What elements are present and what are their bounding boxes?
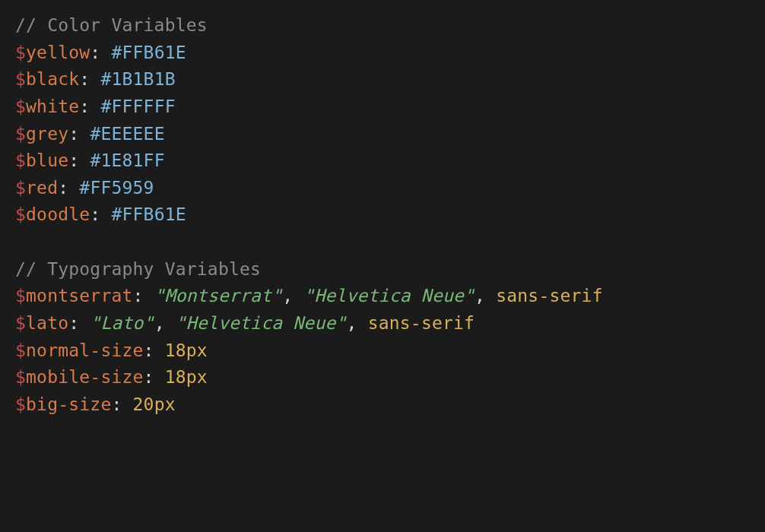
colon: : [79,69,100,89]
dollar-sign: $ [15,204,26,224]
pixel-value: 18px [165,367,208,387]
comma: , [282,286,303,306]
colon: : [68,124,90,144]
comma: , [347,313,368,333]
colon: : [58,178,79,198]
code-line: // Color Variables [15,12,750,40]
hex-color-value: #EEEEEE [90,124,164,144]
dollar-sign: $ [15,367,26,387]
colon: : [144,340,165,360]
variable-name: doodle [26,204,90,224]
code-line: $grey: #EEEEEE [15,121,750,148]
dollar-sign: $ [15,340,26,360]
font-string: "Montserrat" [154,286,283,306]
hex-color-value: #FFB61E [111,43,186,62]
code-line: $mobile-size: 18px [15,364,750,391]
font-generic: sans-serif [496,286,602,306]
colon: : [90,43,111,62]
variable-name: yellow [26,43,90,62]
code-line: $red: #FF5959 [15,175,750,202]
dollar-sign: $ [15,43,26,62]
pixel-value: 20px [133,394,176,414]
hex-color-value: #FFFFFF [100,97,175,116]
hex-color-value: #1E81FF [90,150,164,170]
font-string: "Helvetica Neue" [303,286,475,306]
dollar-sign: $ [15,394,26,414]
code-line [15,229,750,256]
variable-name: mobile-size [26,367,144,387]
variable-name: black [26,69,79,89]
colon: : [144,367,165,387]
comma: , [475,286,496,306]
variable-name: lato [26,313,68,333]
code-line: $white: #FFFFFF [15,93,750,121]
dollar-sign: $ [15,313,26,333]
colon: : [68,150,90,170]
colon: : [133,286,154,306]
font-string: "Lato" [90,313,154,333]
code-line: $big-size: 20px [15,391,750,419]
hex-color-value: #FFB61E [111,204,186,224]
variable-name: montserrat [26,286,132,306]
variable-name: red [26,178,58,198]
colon: : [68,313,90,333]
dollar-sign: $ [15,124,26,144]
code-line: // Typography Variables [15,256,750,283]
code-line: $lato: "Lato", "Helvetica Neue", sans-se… [15,310,750,337]
colon: : [79,97,100,116]
dollar-sign: $ [15,97,26,116]
code-line: $doodle: #FFB61E [15,201,750,229]
font-generic: sans-serif [368,313,475,333]
dollar-sign: $ [15,178,26,198]
dollar-sign: $ [15,69,26,89]
font-string: "Helvetica Neue" [176,313,347,333]
variable-name: grey [26,124,68,144]
dollar-sign: $ [15,286,26,306]
colon: : [90,204,111,224]
variable-name: normal-size [26,340,144,360]
variable-name: big-size [26,394,111,414]
hex-color-value: #1B1B1B [100,69,175,89]
code-line: $yellow: #FFB61E [15,40,750,67]
colon: : [111,394,132,414]
hex-color-value: #FF5959 [79,178,154,198]
comma: , [154,313,176,333]
comment-text: // Color Variables [15,15,208,35]
pixel-value: 18px [165,340,208,360]
code-line: $blue: #1E81FF [15,147,750,175]
comment-text: // Typography Variables [15,259,261,279]
code-line: $montserrat: "Montserrat", "Helvetica Ne… [15,283,750,310]
code-block: // Color Variables$yellow: #FFB61E$black… [15,12,750,419]
code-line: $normal-size: 18px [15,337,750,365]
dollar-sign: $ [15,150,26,170]
code-line: $black: #1B1B1B [15,66,750,93]
variable-name: blue [26,150,68,170]
variable-name: white [26,97,79,116]
